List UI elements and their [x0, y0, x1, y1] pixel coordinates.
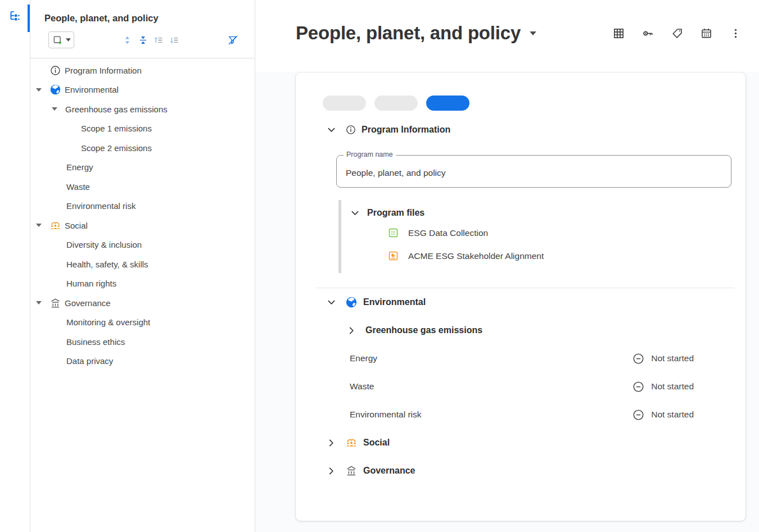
tree-item-label: Social	[65, 221, 88, 230]
sidebar-tree-item[interactable]: Health, safety, & skills	[30, 254, 255, 274]
sidebar-tree-item[interactable]: Human rights	[30, 274, 255, 294]
tree-item-label: Health, safety, & skills	[66, 260, 148, 269]
app-window: People, planet, and policy Program Infor…	[0, 0, 759, 532]
section-row-label: Greenhouse gas emissions	[365, 325, 694, 335]
status-badge: Not started	[632, 408, 694, 421]
sidebar-tree-item[interactable]: Scope 2 emissions	[30, 138, 255, 158]
section-header[interactable]: Social	[296, 429, 746, 457]
indent-icon[interactable]	[169, 35, 180, 46]
tree-item-label: Data privacy	[66, 356, 113, 366]
circle-minus-icon	[632, 408, 645, 421]
section-header[interactable]: Environmental	[296, 288, 746, 316]
sidebar-tree-item[interactable]: Business ethics	[30, 332, 255, 352]
section-row[interactable]: Greenhouse gas emissions	[296, 316, 746, 344]
chevron-right-icon[interactable]	[346, 325, 357, 336]
main-panel: People, planet, and policy Program Infor…	[255, 0, 759, 532]
tree-item-label: Waste	[66, 182, 90, 192]
section-row[interactable]: Environmental risk Not started	[296, 401, 746, 429]
sidebar-tree-item[interactable]: Diversity & inclusion	[30, 235, 255, 255]
program-files-header[interactable]: Program files	[341, 204, 746, 221]
tree-item-label: Greenhouse gas emissions	[65, 104, 168, 114]
tree-item-label: Environmental	[65, 85, 119, 94]
chevron-down-icon[interactable]	[326, 297, 337, 308]
pill-2[interactable]	[374, 96, 418, 111]
program-information-header[interactable]: Program Information	[326, 122, 746, 138]
tree-item-label: Governance	[65, 298, 111, 308]
tree-item-label: Business ethics	[66, 337, 125, 347]
info-icon	[49, 65, 61, 76]
sidebar-tree-item[interactable]: Environmental risk	[30, 197, 255, 216]
section-row[interactable]: Waste Not started	[296, 372, 746, 401]
pill-1[interactable]	[323, 96, 366, 111]
card-sections: Environmental Greenhouse gas emissions E…	[296, 288, 746, 485]
sidebar-tree-item[interactable]: Data privacy	[30, 352, 255, 371]
pill-3[interactable]	[426, 96, 469, 111]
main-header: People, planet, and policy	[255, 0, 759, 72]
circle-minus-icon	[632, 352, 645, 365]
caret-down-icon	[36, 301, 42, 304]
dropdown-caret-icon	[66, 38, 71, 42]
section-label: Social	[363, 438, 390, 448]
sidebar-tree-item[interactable]: Program Information	[30, 61, 255, 80]
caret-down-icon	[52, 107, 57, 111]
sidebar-tree-item[interactable]: Scope 1 emissions	[30, 119, 255, 139]
calendar-icon[interactable]	[700, 27, 713, 40]
header-actions	[612, 27, 742, 40]
data-table-icon[interactable]	[612, 27, 625, 40]
tree-caret[interactable]	[52, 107, 65, 111]
chevron-down-icon[interactable]	[350, 208, 360, 219]
section-label: Governance	[363, 466, 415, 476]
tree-caret[interactable]	[36, 88, 49, 92]
section-header[interactable]: Governance	[296, 457, 746, 485]
chevron-down-icon[interactable]	[326, 125, 337, 135]
page-title-text: People, planet, and policy	[296, 22, 521, 44]
sidebar-toolbar	[48, 31, 239, 49]
status-label: Not started	[651, 353, 694, 363]
program-file-label: ESG Data Collection	[408, 228, 488, 238]
sidebar-tree-item[interactable]: Governance	[30, 293, 255, 313]
program-file-item[interactable]: ESG Data Collection	[341, 221, 746, 244]
sidebar-tree: Program Information Environmental Greenh…	[30, 61, 255, 371]
status-label: Not started	[651, 410, 694, 420]
pill-row	[323, 96, 746, 111]
sidebar-panel: People, planet, and policy Program Infor…	[30, 0, 255, 532]
kebab-menu-icon[interactable]	[729, 27, 742, 40]
chevron-right-icon[interactable]	[326, 466, 337, 476]
sidebar-tree-item[interactable]: Monitoring & oversight	[30, 313, 255, 333]
outdent-icon[interactable]	[153, 35, 164, 46]
expand-rows-icon[interactable]	[122, 35, 133, 46]
sidebar-tree-item[interactable]: Environmental	[30, 80, 255, 100]
sidebar-tree-item[interactable]: Social	[30, 216, 255, 235]
program-files-group: Program files ESG Data Collection ACME E…	[338, 200, 746, 273]
sidebar-divider	[30, 58, 255, 58]
program-file-item[interactable]: ACME ESG Stakeholder Alignment	[341, 244, 746, 267]
tag-icon[interactable]	[671, 27, 684, 40]
section-row-label: Waste	[350, 381, 632, 392]
active-rail-indicator	[28, 4, 30, 32]
sidebar-title: People, planet, and policy	[44, 13, 241, 24]
tree-view-icon[interactable]	[7, 9, 22, 24]
program-name-label: Program name	[344, 151, 396, 158]
globe-icon	[49, 84, 61, 96]
section-row[interactable]: Energy Not started	[296, 344, 746, 372]
program-name-input[interactable]	[346, 156, 722, 187]
tree-caret[interactable]	[36, 301, 49, 304]
tree-item-label: Scope 1 emissions	[81, 124, 152, 133]
clear-filter-icon[interactable]	[227, 34, 239, 46]
left-rail	[0, 0, 30, 532]
add-item-button[interactable]	[48, 31, 74, 48]
section-label: Environmental	[363, 297, 426, 307]
collapse-rows-icon[interactable]	[138, 35, 148, 46]
caret-down-icon	[36, 88, 42, 92]
tree-caret[interactable]	[36, 224, 49, 227]
key-icon[interactable]	[641, 27, 654, 40]
content-area: Program Information Program name Program…	[255, 72, 759, 532]
sidebar-tree-item[interactable]: Waste	[30, 177, 255, 197]
page-title: People, planet, and policy	[296, 22, 536, 44]
chevron-right-icon[interactable]	[326, 438, 337, 448]
add-node-icon	[52, 34, 64, 46]
title-dropdown-caret-icon[interactable]	[530, 31, 536, 35]
program-name-field: Program name	[336, 155, 731, 188]
sidebar-tree-item[interactable]: Energy	[30, 158, 255, 178]
sidebar-tree-item[interactable]: Greenhouse gas emissions	[30, 99, 255, 119]
